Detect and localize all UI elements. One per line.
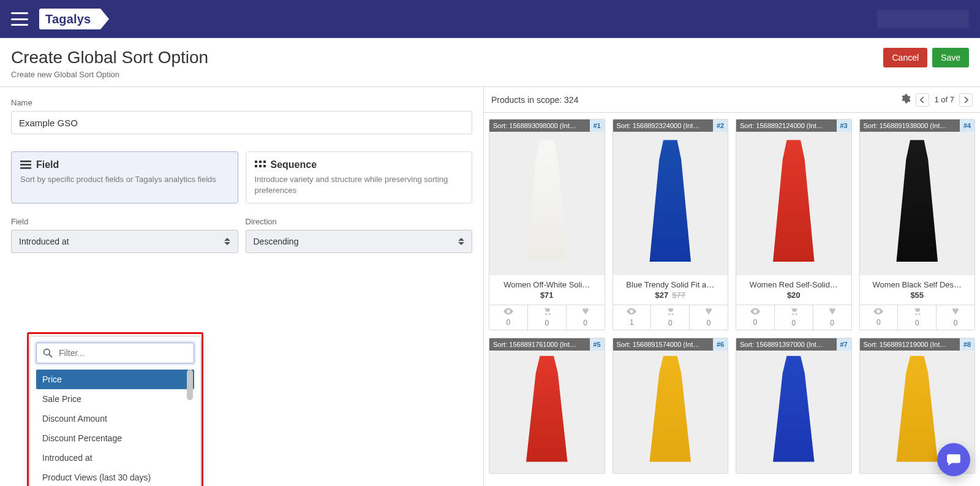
sort-badge: Sort: 1568891574000 (Int… (613, 338, 714, 351)
product-grid: Sort: 1568893098000 (Int…#1Women Off-Whi… (484, 113, 980, 486)
rank-badge: #8 (960, 338, 974, 351)
svg-rect-5 (263, 161, 266, 163)
dropdown-option[interactable]: Discount Percentage (36, 428, 194, 448)
dropdown-option[interactable]: Discount Amount (36, 409, 194, 428)
rank-badge: #3 (837, 120, 851, 132)
search-icon (43, 348, 53, 358)
chevron-sort-icon (224, 237, 232, 246)
dropdown-option[interactable]: Product Views (last 30 days) (36, 468, 194, 486)
svg-rect-6 (255, 165, 257, 167)
choice-sequence[interactable]: Sequence Introduce variety and structure… (246, 151, 473, 203)
stat-carts: 0 (898, 305, 937, 330)
sort-badge: Sort: 1568891219000 (Int… (860, 338, 960, 351)
pager-next-button[interactable] (959, 93, 973, 107)
product-card[interactable]: Sort: 1568891761000 (Int…#5 (489, 338, 605, 474)
cart-icon (543, 307, 551, 317)
product-image: Sort: 1568891397000 (Int…#7 (736, 338, 851, 474)
page-subtitle: Create new Global Sort Option (11, 70, 208, 79)
dropdown-option[interactable]: Introduced at (36, 448, 194, 468)
dropdown-scrollbar[interactable] (187, 370, 193, 486)
svg-rect-4 (259, 161, 262, 163)
cancel-button[interactable]: Cancel (883, 48, 927, 67)
choice-sequence-title: Sequence (271, 159, 317, 170)
field-label: Field (11, 217, 238, 226)
dropdown-search[interactable] (36, 343, 194, 363)
svg-point-15 (792, 314, 793, 315)
sort-badge: Sort: 1568893098000 (Int… (489, 120, 590, 132)
product-stats: 000 (489, 305, 605, 330)
product-name: Blue Trendy Solid Fit a… (613, 275, 728, 290)
stat-buys: 0 (567, 305, 605, 330)
product-card[interactable]: Sort: 1568891574000 (Int…#6 (612, 338, 729, 474)
stat-carts: 0 (775, 305, 813, 330)
pager-prev-button[interactable] (916, 93, 929, 107)
rank-badge: #1 (590, 120, 605, 132)
sort-badge: Sort: 1568891938000 (Int… (860, 120, 960, 132)
product-price: $27$77 (613, 290, 728, 305)
product-image: Sort: 1568893098000 (Int…#1 (489, 120, 605, 275)
account-area[interactable] (877, 10, 969, 28)
svg-point-11 (545, 314, 546, 315)
eye-icon (627, 308, 636, 317)
list-icon (20, 161, 31, 169)
svg-rect-2 (20, 167, 31, 169)
direction-select[interactable]: Descending (246, 230, 473, 253)
save-button[interactable]: Save (932, 48, 969, 67)
product-name: Women Red Self-Solid… (736, 275, 851, 290)
sort-badge: Sort: 1568891761000 (Int… (489, 338, 590, 351)
stat-views: 0 (860, 305, 899, 330)
svg-point-16 (795, 314, 796, 315)
stat-views: 1 (613, 305, 652, 330)
product-price: $55 (860, 290, 975, 305)
direction-label: Direction (246, 217, 473, 226)
product-card[interactable]: Sort: 1568891938000 (Int…#4Women Black S… (859, 119, 976, 330)
grid-icon (255, 161, 266, 169)
product-card[interactable]: Sort: 1568891397000 (Int…#7 (736, 338, 852, 474)
menu-icon[interactable] (11, 12, 28, 26)
svg-point-13 (668, 314, 669, 315)
product-image: Sort: 1568891574000 (Int…#6 (613, 338, 728, 474)
svg-line-10 (49, 354, 51, 357)
svg-point-18 (919, 314, 920, 315)
form-panel: Name Field Sort by specific product fiel… (0, 87, 484, 486)
product-card[interactable]: Sort: 1568892124000 (Int…#3Women Red Sel… (736, 119, 852, 330)
brand-logo[interactable]: Tagalys (39, 9, 100, 29)
cart-icon (666, 307, 674, 317)
chat-icon[interactable] (937, 443, 970, 476)
dropdown-option[interactable]: Price (36, 370, 194, 389)
name-input[interactable] (11, 111, 472, 134)
content: Name Field Sort by specific product fiel… (0, 87, 980, 486)
stat-carts: 0 (651, 305, 690, 330)
scope-text: Products in scope: 324 (491, 95, 578, 105)
stat-buys: 0 (937, 305, 974, 330)
svg-rect-8 (263, 165, 266, 167)
rank-badge: #4 (960, 120, 974, 132)
dropdown-filter-input[interactable] (58, 347, 187, 359)
stat-buys: 0 (690, 305, 728, 330)
page-title: Create Global Sort Option (11, 48, 208, 67)
gear-icon[interactable] (900, 93, 911, 106)
title-block: Create Global Sort Option Create new Glo… (11, 48, 208, 79)
svg-point-12 (548, 314, 549, 315)
direction-select-value: Descending (254, 237, 299, 246)
pager-text: 1 of 7 (934, 95, 954, 104)
eye-icon (750, 308, 760, 317)
product-card[interactable]: Sort: 1568892324000 (Int…#2Blue Trendy S… (612, 119, 729, 330)
sort-badge: Sort: 1568892124000 (Int… (736, 120, 837, 132)
stat-views: 0 (736, 305, 775, 330)
chevron-sort-icon (458, 237, 466, 246)
svg-point-9 (44, 349, 50, 355)
choice-field[interactable]: Field Sort by specific product fields or… (11, 151, 238, 203)
dropdown-list[interactable]: PriceSale PriceDiscount AmountDiscount P… (36, 370, 194, 486)
svg-point-17 (915, 314, 916, 315)
stat-views: 0 (489, 305, 528, 330)
svg-rect-1 (20, 164, 31, 166)
product-image: Sort: 1568892124000 (Int…#3 (736, 120, 851, 275)
choice-sequence-desc: Introduce variety and structure while pr… (255, 174, 464, 196)
field-select[interactable]: Introduced at (11, 230, 238, 253)
product-image: Sort: 1568891761000 (Int…#5 (489, 338, 605, 474)
scope-bar: Products in scope: 324 1 of 7 (484, 87, 980, 113)
dropdown-option[interactable]: Sale Price (36, 389, 194, 409)
product-card[interactable]: Sort: 1568893098000 (Int…#1Women Off-Whi… (489, 119, 605, 330)
stat-buys: 0 (813, 305, 851, 330)
